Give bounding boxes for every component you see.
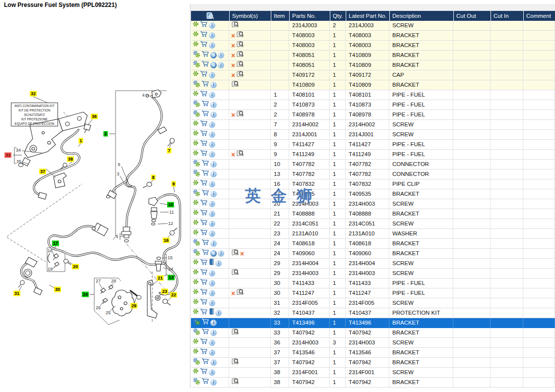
settings-gear-icon[interactable] bbox=[192, 41, 199, 50]
view-illustration-icon[interactable] bbox=[236, 31, 244, 40]
part-info-icon[interactable]: i bbox=[215, 260, 222, 267]
part-info-icon[interactable]: i bbox=[209, 221, 215, 227]
add-to-cart-icon[interactable] bbox=[201, 189, 209, 199]
add-to-cart-icon[interactable] bbox=[201, 110, 209, 119]
table-row[interactable]: i×30T4112471T411247PIPE - FUEL bbox=[191, 288, 555, 298]
settings-gear-icon[interactable] bbox=[192, 279, 199, 288]
part-info-icon[interactable]: i bbox=[209, 290, 215, 296]
settings-gear-icon[interactable] bbox=[192, 269, 199, 278]
table-row[interactable]: i312314F00512314F005SCREW bbox=[191, 298, 555, 308]
column-header-parts-no-[interactable]: Parts No. bbox=[289, 11, 330, 21]
add-to-cart-icon[interactable] bbox=[200, 348, 208, 357]
settings-gear-icon[interactable] bbox=[192, 209, 199, 219]
diagram-callout-8[interactable]: 8 bbox=[151, 175, 155, 180]
search-parts-icon[interactable] bbox=[206, 12, 214, 20]
settings-gear-icon[interactable] bbox=[192, 31, 199, 40]
add-to-cart-icon[interactable] bbox=[200, 70, 208, 80]
table-row[interactable]: i×9T4112491T411249PIPE - FUEL bbox=[191, 150, 555, 160]
diagram-callout-20[interactable]: 20 bbox=[72, 264, 79, 270]
part-info-icon[interactable]: i bbox=[209, 151, 215, 158]
settings-gear-icon[interactable] bbox=[192, 259, 199, 268]
part-info-icon[interactable]: i bbox=[215, 310, 222, 316]
add-to-cart-icon[interactable] bbox=[201, 60, 209, 70]
view-illustration-icon[interactable] bbox=[236, 150, 244, 159]
diagram-callout-10[interactable]: 10 bbox=[167, 202, 174, 208]
part-info-icon[interactable]: i bbox=[210, 171, 217, 177]
table-row[interactable]: i292314H00412314H004SCREW bbox=[191, 259, 555, 269]
part-info-icon[interactable]: i bbox=[209, 230, 215, 237]
supersession-badge-icon[interactable]: S bbox=[210, 52, 217, 58]
settings-gear-icon[interactable] bbox=[192, 21, 199, 30]
part-info-icon[interactable]: i bbox=[209, 280, 215, 286]
linked-gears-icon[interactable] bbox=[192, 110, 200, 119]
settings-gear-icon[interactable] bbox=[192, 348, 199, 357]
add-to-cart-icon[interactable] bbox=[201, 249, 209, 258]
diagram-callout-32[interactable]: 32 bbox=[30, 91, 37, 97]
linked-gears-icon[interactable] bbox=[192, 80, 200, 90]
linked-gears-icon[interactable] bbox=[192, 100, 200, 110]
add-to-cart-icon[interactable] bbox=[200, 31, 208, 40]
table-row[interactable]: i16T4078321T407832PIPE CLIP bbox=[191, 179, 555, 189]
linked-gears-icon[interactable] bbox=[192, 239, 200, 248]
linked-gears-icon[interactable] bbox=[192, 378, 200, 387]
settings-gear-icon[interactable] bbox=[192, 179, 199, 189]
linked-gears-icon[interactable] bbox=[192, 318, 200, 328]
linked-gears-icon[interactable] bbox=[192, 328, 200, 337]
column-header-cut-in[interactable]: Cut In bbox=[491, 11, 523, 21]
part-info-icon[interactable]: i bbox=[210, 191, 217, 197]
add-to-cart-icon[interactable] bbox=[201, 160, 209, 169]
table-row[interactable]: i10T4077821T407782CONNECTOR bbox=[191, 160, 555, 169]
table-row[interactable]: i38T4079421T407942BRACKET bbox=[191, 378, 555, 388]
column-header-comment[interactable]: Comment bbox=[523, 11, 555, 21]
add-to-cart-icon[interactable] bbox=[200, 179, 208, 189]
add-to-cart-icon[interactable] bbox=[200, 368, 208, 377]
diagram-callout-36[interactable]: 36 bbox=[91, 114, 98, 119]
table-row[interactable]: i202314H00312314H003SCREW bbox=[191, 199, 555, 209]
column-header-symbol-s-[interactable]: Symbol(s) bbox=[229, 11, 271, 21]
view-illustration-icon[interactable] bbox=[236, 70, 244, 80]
add-to-cart-icon[interactable] bbox=[201, 169, 209, 179]
settings-gear-icon[interactable] bbox=[192, 140, 199, 149]
part-info-icon[interactable]: i bbox=[210, 161, 217, 168]
view-illustration-icon[interactable] bbox=[231, 269, 239, 278]
view-illustration-icon[interactable] bbox=[236, 288, 244, 298]
table-row[interactable]: i30T4114331T411433PIPE - FUEL bbox=[191, 279, 555, 288]
part-info-icon[interactable]: i bbox=[209, 181, 215, 187]
part-info-icon[interactable]: i bbox=[209, 339, 215, 346]
settings-gear-icon[interactable] bbox=[192, 308, 199, 318]
column-header-actions[interactable] bbox=[191, 11, 229, 21]
table-row[interactable]: i382314F00112314F001SCREW bbox=[191, 368, 555, 378]
diagram-callout-33[interactable]: 33 bbox=[4, 153, 11, 158]
settings-gear-icon[interactable] bbox=[192, 288, 199, 298]
settings-gear-icon[interactable] bbox=[192, 298, 199, 308]
diagram-callout-17[interactable]: 17 bbox=[52, 241, 59, 246]
settings-gear-icon[interactable] bbox=[192, 130, 199, 139]
table-row[interactable]: i222314C05112314C051SCREW bbox=[191, 219, 555, 229]
add-to-cart-icon[interactable] bbox=[200, 140, 208, 149]
diagram-callout-9[interactable]: 9 bbox=[171, 181, 176, 187]
diagram-callout-30[interactable]: 30 bbox=[54, 287, 61, 292]
settings-gear-icon[interactable] bbox=[192, 90, 199, 100]
part-info-icon[interactable]: i bbox=[209, 121, 215, 128]
linked-gears-icon[interactable] bbox=[192, 160, 200, 169]
settings-gear-icon[interactable] bbox=[192, 150, 199, 159]
part-info-icon[interactable]: i bbox=[209, 369, 215, 376]
table-row[interactable]: i×T4080031T408003BRACKET bbox=[191, 41, 555, 51]
add-to-cart-icon[interactable] bbox=[200, 130, 208, 139]
table-row[interactable]: Si×T4080511T410809BRACKET bbox=[191, 60, 555, 70]
table-row[interactable]: i21T4088881T408888BRACKET bbox=[191, 209, 555, 219]
add-to-cart-icon[interactable] bbox=[200, 21, 208, 30]
part-info-icon[interactable]: i bbox=[209, 201, 215, 207]
part-info-icon[interactable]: i bbox=[210, 330, 217, 336]
table-row[interactable]: i33T4079421T407942BRACKET bbox=[191, 328, 555, 338]
view-illustration-icon[interactable] bbox=[231, 80, 239, 90]
settings-gear-icon[interactable] bbox=[192, 120, 199, 129]
add-to-cart-icon[interactable] bbox=[200, 288, 208, 298]
part-info-icon[interactable]: i bbox=[209, 349, 215, 356]
view-illustration-icon[interactable] bbox=[231, 249, 239, 258]
table-row[interactable]: i×2T4089781T408978PIPE - FUEL bbox=[191, 110, 555, 120]
part-info-icon[interactable]: i bbox=[210, 359, 217, 366]
part-info-icon[interactable]: i bbox=[209, 92, 215, 98]
settings-gear-icon[interactable] bbox=[192, 199, 199, 209]
diagram-callout-1[interactable]: 1 bbox=[78, 138, 83, 144]
